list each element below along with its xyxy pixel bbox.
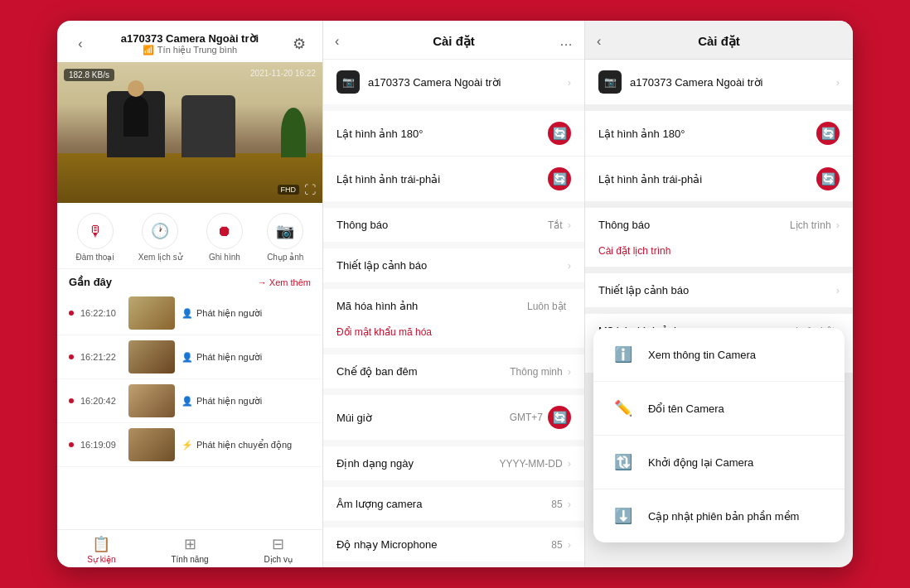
settings-nightmode-item[interactable]: Chế độ ban đêm Thông minh ›	[323, 354, 584, 388]
popup-info-label: Xem thông tin Camera	[648, 349, 756, 361]
event-thumb	[128, 340, 175, 374]
talk-label: Đàm thoại	[76, 253, 114, 262]
settings-item-left: Định dạng ngày	[336, 457, 499, 470]
schedule-link[interactable]: Cài đặt lịch trình	[585, 242, 853, 267]
fliplr-toggle[interactable]: 🔄	[548, 167, 571, 190]
event-desc: ⚡ Phát hiện chuyển động	[182, 440, 292, 451]
history-icon: 🕐	[142, 213, 178, 249]
settings-camera-item[interactable]: 📷 a170373 Camera Ngoài trời ›	[323, 60, 584, 104]
settings-encryption-item[interactable]: Mã hóa hình ảnh Luôn bật	[323, 289, 584, 323]
chevron-icon: ›	[568, 76, 571, 89]
chevron-icon: ›	[568, 259, 571, 272]
right-fliplr-item[interactable]: Lật hình ảnh trái-phải 🔄	[585, 157, 853, 201]
right-alert-item[interactable]: Thiết lập cảnh báo ›	[585, 273, 853, 307]
settings-item-left: Thông báo	[598, 219, 790, 231]
settings-section-camera: 📷 a170373 Camera Ngoài trời ›	[323, 60, 584, 104]
right-flip180-item[interactable]: Lật hình ảnh 180° 🔄	[585, 111, 853, 157]
main-container: ‹ a170373 Camera Ngoài trời 📶 Tín hiệu T…	[57, 21, 853, 567]
flip180-toggle[interactable]: 🔄	[548, 122, 571, 145]
settings-dateformat-item[interactable]: Định dạng ngày YYYY-MM-DD ›	[323, 446, 584, 480]
event-time: 16:21:22	[80, 352, 122, 362]
mic-label: Độ nhạy Microphone	[336, 538, 438, 551]
middle-panel-header: ‹ Cài đặt …	[323, 21, 584, 60]
popup-item-rename[interactable]: ✏️ Đổi tên Camera	[593, 382, 845, 436]
settings-notification-item[interactable]: Thông báo Tắt ›	[323, 208, 584, 242]
nav-item-features[interactable]: ⊞ Tính năng	[146, 535, 235, 564]
edit-icon: ✏️	[610, 395, 637, 422]
nav-item-events[interactable]: 📋 Sự kiện	[57, 535, 146, 564]
event-dot	[69, 354, 74, 359]
right-panel-header: ‹ Cài đặt	[585, 21, 853, 60]
settings-volume-item[interactable]: Âm lượng camera 85 ›	[323, 487, 584, 521]
event-item[interactable]: 16:21:22 👤 Phát hiện người	[57, 335, 322, 379]
chevron-icon: ›	[568, 365, 571, 378]
chevron-icon: ›	[568, 457, 571, 470]
event-list: 16:22:10 👤 Phát hiện người 16:21:22 👤 Ph…	[57, 292, 322, 529]
fullscreen-icon[interactable]: ⛶	[304, 183, 316, 196]
talk-icon: 🎙	[77, 213, 114, 249]
settings-item-left: Múi giờ	[336, 412, 510, 424]
settings-camera-label: a170373 Camera Ngoài trời	[368, 76, 501, 89]
event-item[interactable]: 16:19:09 ⚡ Phát hiện chuyển động	[57, 423, 322, 467]
left-back-button[interactable]: ‹	[69, 32, 92, 55]
right-back-button[interactable]: ‹	[597, 34, 617, 49]
gear-button[interactable]: ⚙	[288, 32, 311, 55]
encryption-value: Luôn bật	[527, 301, 566, 312]
history-label: Xem lịch sử	[138, 253, 182, 262]
person-detect-icon: 👤	[182, 352, 193, 363]
mic-value: 85	[551, 539, 562, 551]
popup-update-label: Cập nhật phiên bản phần mềm	[648, 510, 799, 523]
change-password-link[interactable]: Đổi mật khẩu mã hóa	[323, 323, 584, 348]
popup-item-update[interactable]: ⬇️ Cập nhật phiên bản phần mềm	[593, 489, 845, 542]
settings-timezone-item[interactable]: Múi giờ GMT+7 🔄	[323, 395, 584, 440]
right-flip180-toggle[interactable]: 🔄	[816, 122, 840, 145]
person-detect-icon: 👤	[182, 308, 193, 319]
event-desc: 👤 Phát hiện người	[182, 308, 262, 319]
popup-item-info[interactable]: ℹ️ Xem thông tin Camera	[593, 328, 845, 382]
settings-item-left: Lật hình ảnh 180°	[598, 128, 816, 140]
right-fliplr-toggle[interactable]: 🔄	[816, 167, 840, 190]
right-notification-item[interactable]: Thông báo Lịch trình ›	[585, 208, 853, 242]
nightmode-value: Thông minh	[510, 366, 562, 378]
right-notification-value: Lịch trình	[790, 219, 831, 231]
nav-item-services[interactable]: ⊟ Dịch vụ	[234, 535, 322, 564]
middle-settings-list: 📷 a170373 Camera Ngoài trời › Lật hình ả…	[323, 60, 584, 567]
features-nav-icon: ⊞	[184, 535, 196, 553]
dateformat-value: YYYY-MM-DD	[499, 458, 562, 470]
event-item[interactable]: 16:20:42 👤 Phát hiện người	[57, 379, 322, 423]
services-nav-icon: ⊟	[272, 535, 284, 553]
chevron-icon: ›	[836, 76, 840, 89]
settings-fliplr-item[interactable]: Lật hình ảnh trái-phải 🔄	[323, 157, 584, 201]
dateformat-label: Định dạng ngày	[336, 457, 414, 470]
right-settings-section-flip: Lật hình ảnh 180° 🔄 Lật hình ảnh trái-ph…	[585, 111, 853, 201]
settings-flip180-item[interactable]: Lật hình ảnh 180° 🔄	[323, 111, 584, 157]
settings-alert-item[interactable]: Thiết lập cảnh báo ›	[323, 248, 584, 282]
action-record[interactable]: ⏺ Ghi hình	[206, 213, 243, 262]
popup-item-restart[interactable]: 🔃 Khởi động lại Camera	[593, 436, 845, 489]
event-desc: 👤 Phát hiện người	[182, 352, 262, 363]
settings-section-flip: Lật hình ảnh 180° 🔄 Lật hình ảnh trái-ph…	[323, 111, 584, 201]
encryption-label: Mã hóa hình ảnh	[336, 300, 418, 312]
feed-timestamp: 2021-11-20 16:22	[250, 69, 316, 78]
middle-panel: ‹ Cài đặt … 📷 a170373 Camera Ngoài trời …	[322, 21, 584, 567]
action-talk[interactable]: 🎙 Đàm thoại	[76, 213, 114, 262]
settings-item-left: Chế độ ban đêm	[336, 365, 510, 378]
middle-dots-button[interactable]: …	[553, 34, 573, 49]
action-history[interactable]: 🕐 Xem lịch sử	[138, 213, 182, 262]
event-item[interactable]: 16:22:10 👤 Phát hiện người	[57, 292, 322, 335]
volume-label: Âm lượng camera	[336, 498, 422, 510]
see-more-button[interactable]: → Xem thêm	[258, 277, 311, 287]
recent-title: Gần đây	[69, 276, 112, 288]
events-nav-label: Sự kiện	[87, 555, 115, 564]
settings-item-left: Độ nhạy Microphone	[336, 538, 551, 551]
right-settings-section-notification: Thông báo Lịch trình › Cài đặt lịch trìn…	[585, 208, 853, 267]
middle-back-button[interactable]: ‹	[335, 34, 355, 49]
update-icon: ⬇️	[610, 503, 637, 529]
bandwidth-badge: 182.8 KB/s	[64, 69, 114, 81]
motion-detect-icon: ⚡	[182, 440, 193, 451]
settings-mic-item[interactable]: Độ nhạy Microphone 85 ›	[323, 528, 584, 561]
right-camera-item[interactable]: 📷 a170373 Camera Ngoài trời ›	[585, 60, 853, 104]
right-notification-label: Thông báo	[598, 219, 650, 231]
action-capture[interactable]: 📷 Chụp ảnh	[267, 213, 303, 262]
timezone-toggle[interactable]: 🔄	[548, 406, 571, 429]
